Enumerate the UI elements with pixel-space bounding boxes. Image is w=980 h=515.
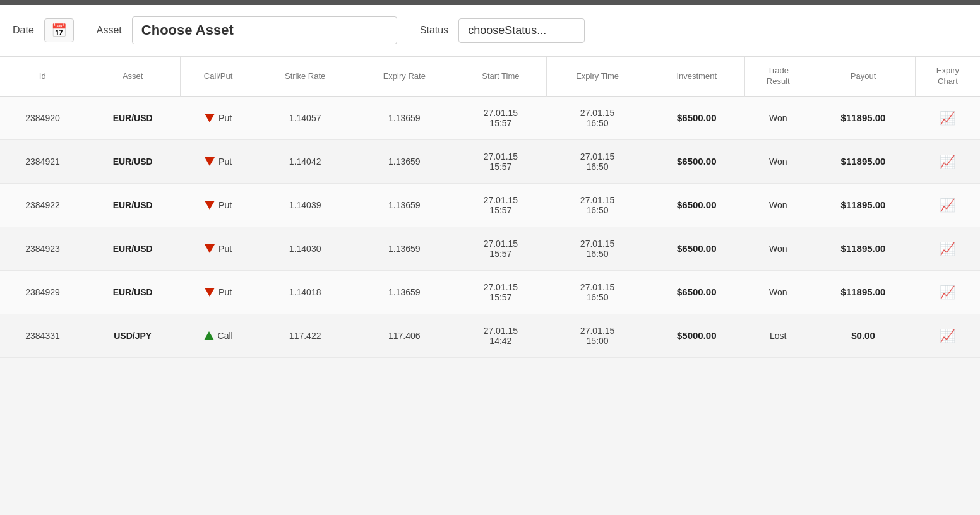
cell-start-time: 27.01.1515:57	[455, 270, 546, 314]
cell-asset: EUR/USD	[85, 139, 180, 183]
cell-investment: $5000.00	[648, 314, 745, 357]
cell-asset: EUR/USD	[85, 96, 180, 139]
put-down-icon	[205, 244, 215, 253]
cell-id: 2384921	[0, 139, 85, 183]
cell-expiry-rate: 1.13659	[354, 270, 455, 314]
cell-start-time: 27.01.1515:57	[455, 183, 546, 227]
col-callput: Call/Put	[180, 57, 256, 96]
table-row: 2384923EUR/USD Put1.140301.1365927.01.15…	[0, 227, 980, 270]
cell-investment: $6500.00	[648, 96, 745, 139]
chart-icon[interactable]: 📈	[940, 155, 955, 169]
cell-expiry-rate: 1.13659	[354, 183, 455, 227]
top-bar	[0, 0, 980, 5]
put-down-icon	[205, 288, 215, 297]
chart-icon[interactable]: 📈	[940, 242, 955, 256]
cell-expiry-time: 27.01.1516:50	[547, 183, 648, 227]
cell-payout: $0.00	[811, 314, 916, 357]
cell-trade-result: Won	[745, 96, 811, 139]
asset-label: Asset	[97, 25, 122, 36]
filter-bar: Date 📅 Asset Choose Asset Status chooseS…	[0, 5, 980, 57]
col-asset: Asset	[85, 57, 180, 96]
cell-expiry-rate: 1.13659	[354, 227, 455, 270]
cell-strike-rate: 1.14042	[256, 139, 354, 183]
cell-payout: $11895.00	[811, 96, 916, 139]
trades-table: Id Asset Call/Put Strike Rate Expiry Rat…	[0, 57, 980, 358]
cell-strike-rate: 1.14018	[256, 270, 354, 314]
table-row: 2384922EUR/USD Put1.140391.1365927.01.15…	[0, 183, 980, 227]
col-id: Id	[0, 57, 85, 96]
col-payout: Payout	[811, 57, 916, 96]
col-strike-rate: Strike Rate	[256, 57, 354, 96]
cell-strike-rate: 1.14039	[256, 183, 354, 227]
table-row: 2384920EUR/USD Put1.140571.1365927.01.15…	[0, 96, 980, 139]
cell-callput: Call	[180, 314, 256, 357]
cell-callput: Put	[180, 139, 256, 183]
cell-start-time: 27.01.1515:57	[455, 139, 546, 183]
cell-asset: EUR/USD	[85, 183, 180, 227]
col-expiry-chart: ExpiryChart	[915, 57, 980, 96]
col-trade-result: TradeResult	[745, 57, 811, 96]
cell-expiry-time: 27.01.1516:50	[547, 96, 648, 139]
cell-expiry-time: 27.01.1515:00	[547, 314, 648, 357]
cell-expiry-rate: 1.13659	[354, 139, 455, 183]
cell-trade-result: Won	[745, 270, 811, 314]
put-down-icon	[205, 201, 215, 210]
cell-trade-result: Won	[745, 139, 811, 183]
put-down-icon	[205, 157, 215, 166]
cell-asset: USD/JPY	[85, 314, 180, 357]
cell-start-time: 27.01.1514:42	[455, 314, 546, 357]
cell-trade-result: Lost	[745, 314, 811, 357]
status-chooser[interactable]: chooseStatus...	[458, 18, 585, 43]
cell-investment: $6500.00	[648, 139, 745, 183]
cell-expiry-rate: 117.406	[354, 314, 455, 357]
col-investment: Investment	[648, 57, 745, 96]
cell-asset: EUR/USD	[85, 270, 180, 314]
cell-id: 2384923	[0, 227, 85, 270]
date-picker[interactable]: 📅	[44, 18, 74, 42]
cell-investment: $6500.00	[648, 227, 745, 270]
cell-expiry-chart[interactable]: 📈	[915, 139, 980, 183]
status-label: Status	[420, 25, 448, 36]
cell-expiry-chart[interactable]: 📈	[915, 227, 980, 270]
cell-asset: EUR/USD	[85, 227, 180, 270]
col-expiry-rate: Expiry Rate	[354, 57, 455, 96]
cell-trade-result: Won	[745, 227, 811, 270]
cell-payout: $11895.00	[811, 227, 916, 270]
put-down-icon	[205, 114, 215, 122]
cell-strike-rate: 117.422	[256, 314, 354, 357]
cell-payout: $11895.00	[811, 270, 916, 314]
calendar-icon: 📅	[51, 23, 67, 38]
cell-strike-rate: 1.14057	[256, 96, 354, 139]
date-label: Date	[13, 25, 34, 36]
table-row: 2384921EUR/USD Put1.140421.1365927.01.15…	[0, 139, 980, 183]
cell-start-time: 27.01.1515:57	[455, 227, 546, 270]
cell-trade-result: Won	[745, 183, 811, 227]
chart-icon[interactable]: 📈	[940, 285, 955, 299]
cell-expiry-time: 27.01.1516:50	[547, 227, 648, 270]
col-start-time: Start Time	[455, 57, 546, 96]
cell-expiry-chart[interactable]: 📈	[915, 183, 980, 227]
chart-icon[interactable]: 📈	[940, 198, 955, 212]
chart-icon[interactable]: 📈	[940, 111, 955, 125]
cell-expiry-chart[interactable]: 📈	[915, 96, 980, 139]
cell-callput: Put	[180, 270, 256, 314]
cell-payout: $11895.00	[811, 139, 916, 183]
cell-callput: Put	[180, 227, 256, 270]
chart-icon[interactable]: 📈	[940, 329, 955, 343]
asset-chooser[interactable]: Choose Asset	[132, 16, 397, 44]
cell-expiry-chart[interactable]: 📈	[915, 314, 980, 357]
cell-investment: $6500.00	[648, 270, 745, 314]
col-expiry-time: Expiry Time	[547, 57, 648, 96]
call-up-icon	[204, 331, 214, 340]
cell-callput: Put	[180, 96, 256, 139]
cell-expiry-chart[interactable]: 📈	[915, 270, 980, 314]
cell-investment: $6500.00	[648, 183, 745, 227]
cell-callput: Put	[180, 183, 256, 227]
table-row: 2384929EUR/USD Put1.140181.1365927.01.15…	[0, 270, 980, 314]
table-container: Id Asset Call/Put Strike Rate Expiry Rat…	[0, 57, 980, 358]
cell-id: 2384922	[0, 183, 85, 227]
cell-payout: $11895.00	[811, 183, 916, 227]
cell-start-time: 27.01.1515:57	[455, 96, 546, 139]
cell-id: 2384331	[0, 314, 85, 357]
cell-strike-rate: 1.14030	[256, 227, 354, 270]
